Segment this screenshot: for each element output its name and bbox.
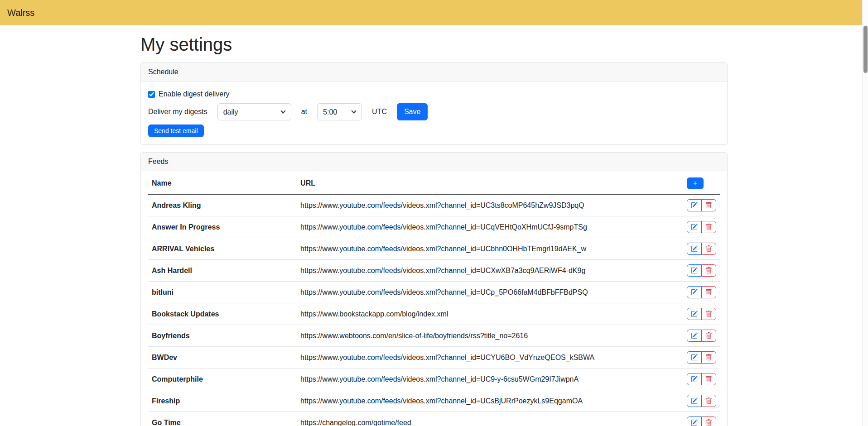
trash-icon [705, 311, 712, 317]
table-row: Andreas Kling https://www.youtube.com/fe… [148, 194, 720, 216]
feed-name: Ash Hardell [148, 260, 297, 282]
feed-name: ARRIVAL Vehicles [148, 238, 297, 260]
feed-actions-group [687, 243, 716, 255]
feed-actions-group [687, 286, 716, 298]
feed-actions [665, 325, 720, 347]
table-row: BWDev https://www.youtube.com/feeds/vide… [148, 347, 720, 369]
main-content: My settings Schedule Enable digest deliv… [135, 34, 733, 426]
schedule-card: Schedule Enable digest delivery Deliver … [140, 62, 728, 145]
scrollbar[interactable] [862, 0, 868, 426]
feeds-card-body: Name URL + Andreas Kling https://www.you… [141, 171, 727, 426]
edit-feed-button[interactable] [687, 373, 702, 385]
enable-digest-row: Enable digest delivery [148, 89, 720, 100]
feed-url: https://changelog.com/gotime/feed [297, 412, 665, 426]
edit-feed-button[interactable] [687, 330, 702, 342]
delete-feed-button[interactable] [701, 373, 716, 385]
delete-feed-button[interactable] [701, 395, 716, 407]
trash-icon [705, 354, 712, 361]
delete-feed-button[interactable] [701, 221, 716, 233]
feed-name: Computerphile [148, 369, 297, 390]
feed-url: https://www.youtube.com/feeds/videos.xml… [297, 390, 665, 412]
feed-url: https://www.webtoons.com/en/slice-of-lif… [297, 325, 665, 347]
feed-name: Go Time [148, 412, 297, 426]
delivery-controls-row: Deliver my digests daily at 5:00 UTC Sav… [148, 103, 720, 120]
table-row: Answer In Progress https://www.youtube.c… [148, 216, 720, 238]
feed-url: https://www.youtube.com/feeds/videos.xml… [297, 347, 665, 369]
feed-actions-group [687, 395, 716, 407]
feed-url: https://www.youtube.com/feeds/videos.xml… [297, 216, 665, 238]
edit-feed-button[interactable] [687, 221, 702, 233]
frequency-select[interactable]: daily [217, 103, 291, 120]
trash-icon [705, 267, 712, 274]
feed-actions [665, 216, 720, 238]
delete-feed-button[interactable] [701, 308, 716, 320]
schedule-card-header: Schedule [141, 63, 727, 81]
edit-feed-button[interactable] [687, 286, 702, 298]
trash-icon [705, 289, 712, 296]
feed-actions [665, 347, 720, 369]
enable-digest-checkbox[interactable] [148, 91, 155, 98]
feeds-table: Name URL + Andreas Kling https://www.you… [148, 171, 720, 426]
feed-actions-group [687, 264, 716, 277]
pencil-square-icon [691, 289, 698, 296]
frequency-select-wrap: daily [217, 103, 291, 120]
column-header-actions: + [665, 171, 720, 194]
time-select-wrap: 5:00 [317, 103, 362, 120]
feed-url: https://www.youtube.com/feeds/videos.xml… [297, 238, 665, 260]
pencil-square-icon [691, 376, 698, 383]
table-row: Boyfriends https://www.webtoons.com/en/s… [148, 325, 720, 347]
edit-feed-button[interactable] [687, 395, 702, 407]
at-label: at [301, 106, 307, 117]
edit-feed-button[interactable] [687, 351, 702, 364]
feed-actions [665, 303, 720, 325]
trash-icon [705, 332, 712, 339]
delete-feed-button[interactable] [701, 330, 716, 342]
feed-name: Andreas Kling [148, 194, 297, 216]
scrollbar-thumb[interactable] [863, 26, 868, 73]
pencil-square-icon [691, 224, 698, 230]
delete-feed-button[interactable] [701, 286, 716, 298]
feed-actions-group [687, 199, 716, 211]
add-feed-button[interactable]: + [687, 177, 704, 189]
feed-url: https://www.youtube.com/feeds/videos.xml… [297, 194, 665, 216]
schedule-card-body: Enable digest delivery Deliver my digest… [141, 81, 727, 144]
pencil-square-icon [691, 397, 698, 404]
edit-feed-button[interactable] [687, 199, 702, 211]
table-row: Ash Hardell https://www.youtube.com/feed… [148, 260, 720, 282]
delete-feed-button[interactable] [701, 351, 716, 364]
time-select[interactable]: 5:00 [317, 103, 362, 120]
feed-actions [665, 390, 720, 412]
feed-actions [665, 194, 720, 216]
edit-feed-button[interactable] [687, 243, 702, 255]
feed-actions [665, 282, 720, 303]
send-test-email-button[interactable]: Send test email [148, 124, 204, 137]
navbar-brand[interactable]: Walrss [7, 6, 34, 19]
feed-name: Boyfriends [148, 325, 297, 347]
delete-feed-button[interactable] [701, 264, 716, 277]
delete-feed-button[interactable] [701, 243, 716, 255]
feed-actions [665, 369, 720, 390]
feed-actions-group [687, 221, 716, 233]
feeds-card-header: Feeds [141, 153, 727, 171]
deliver-label: Deliver my digests [148, 106, 207, 117]
navbar: Walrss [0, 0, 868, 25]
feed-url: https://www.youtube.com/feeds/videos.xml… [297, 369, 665, 390]
pencil-square-icon [691, 419, 698, 426]
pencil-square-icon [691, 245, 698, 252]
enable-digest-label[interactable]: Enable digest delivery [159, 89, 230, 100]
timezone-label: UTC [372, 106, 387, 117]
edit-feed-button[interactable] [687, 308, 702, 320]
feed-url: https://www.bookstackapp.com/blog/index.… [297, 303, 665, 325]
edit-feed-button[interactable] [687, 416, 702, 426]
table-row: Computerphile https://www.youtube.com/fe… [148, 369, 720, 390]
column-header-name: Name [148, 171, 297, 194]
edit-feed-button[interactable] [687, 264, 702, 277]
feed-actions-group [687, 373, 716, 385]
delete-feed-button[interactable] [701, 199, 716, 211]
save-button[interactable]: Save [397, 103, 428, 120]
delete-feed-button[interactable] [701, 416, 716, 426]
trash-icon [705, 376, 712, 383]
table-row: bitluni https://www.youtube.com/feeds/vi… [148, 282, 720, 303]
column-header-url: URL [297, 171, 665, 194]
pencil-square-icon [691, 202, 698, 209]
